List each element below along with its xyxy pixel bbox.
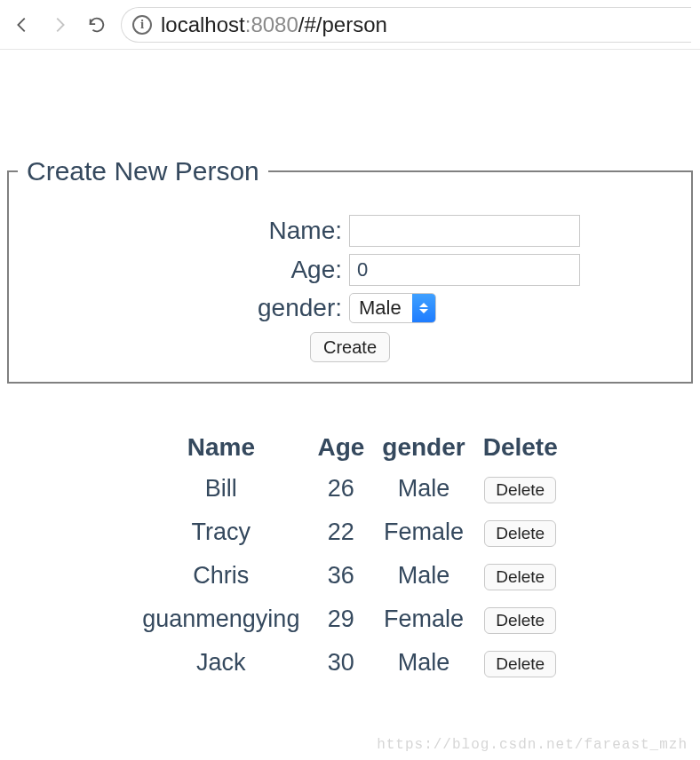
cell-name: Chris xyxy=(133,554,308,598)
chevron-updown-icon xyxy=(412,294,435,322)
cell-delete: Delete xyxy=(474,554,567,598)
col-delete: Delete xyxy=(474,428,567,467)
col-gender: gender xyxy=(373,428,473,467)
name-input[interactable] xyxy=(349,215,580,247)
back-button[interactable] xyxy=(9,12,36,38)
reload-button[interactable] xyxy=(84,12,110,38)
create-person-fieldset: Create New Person Name: Age: gender: Mal… xyxy=(7,156,693,384)
cell-name: guanmengying xyxy=(133,598,308,641)
cell-gender: Female xyxy=(373,598,473,641)
delete-button[interactable]: Delete xyxy=(484,477,556,503)
col-age: Age xyxy=(308,428,373,467)
cell-age: 29 xyxy=(308,598,373,641)
forward-button[interactable] xyxy=(46,12,73,38)
cell-delete: Delete xyxy=(474,511,567,554)
cell-gender: Male xyxy=(373,554,473,598)
gender-select[interactable]: Male xyxy=(349,293,436,323)
address-bar[interactable]: i localhost:8080/#/person xyxy=(121,7,691,43)
cell-delete: Delete xyxy=(474,598,567,641)
cell-name: Tracy xyxy=(133,511,308,554)
age-input[interactable] xyxy=(349,254,580,286)
cell-name: Bill xyxy=(133,467,308,511)
delete-button[interactable]: Delete xyxy=(484,520,556,547)
delete-button[interactable]: Delete xyxy=(484,564,556,590)
name-label: Name: xyxy=(84,217,342,245)
cell-delete: Delete xyxy=(474,641,567,685)
browser-toolbar: i localhost:8080/#/person xyxy=(0,0,700,50)
cell-age: 36 xyxy=(308,554,373,598)
table-header-row: Name Age gender Delete xyxy=(133,428,566,467)
url-text: localhost:8080/#/person xyxy=(161,12,387,37)
cell-gender: Male xyxy=(373,641,473,685)
site-info-icon[interactable]: i xyxy=(132,15,152,35)
page-content: Create New Person Name: Age: gender: Mal… xyxy=(0,50,700,685)
persons-table: Name Age gender Delete Bill26MaleDeleteT… xyxy=(133,428,566,685)
table-row: Chris36MaleDelete xyxy=(133,554,566,598)
gender-label: gender: xyxy=(84,294,342,322)
watermark-text: https://blog.csdn.net/fareast_mzh xyxy=(377,737,688,753)
delete-button[interactable]: Delete xyxy=(484,651,556,677)
fieldset-legend: Create New Person xyxy=(18,156,268,186)
gender-select-value: Male xyxy=(350,294,412,322)
cell-age: 22 xyxy=(308,511,373,554)
col-name: Name xyxy=(133,428,308,467)
table-row: Jack30MaleDelete xyxy=(133,641,566,685)
cell-age: 26 xyxy=(308,467,373,511)
age-label: Age: xyxy=(84,256,342,284)
cell-name: Jack xyxy=(133,641,308,685)
table-row: Bill26MaleDelete xyxy=(133,467,566,511)
delete-button[interactable]: Delete xyxy=(484,607,556,634)
cell-gender: Male xyxy=(373,467,473,511)
create-button[interactable]: Create xyxy=(310,332,390,362)
table-row: Tracy22FemaleDelete xyxy=(133,511,566,554)
table-row: guanmengying29FemaleDelete xyxy=(133,598,566,641)
cell-age: 30 xyxy=(308,641,373,685)
cell-delete: Delete xyxy=(474,467,567,511)
cell-gender: Female xyxy=(373,511,473,554)
